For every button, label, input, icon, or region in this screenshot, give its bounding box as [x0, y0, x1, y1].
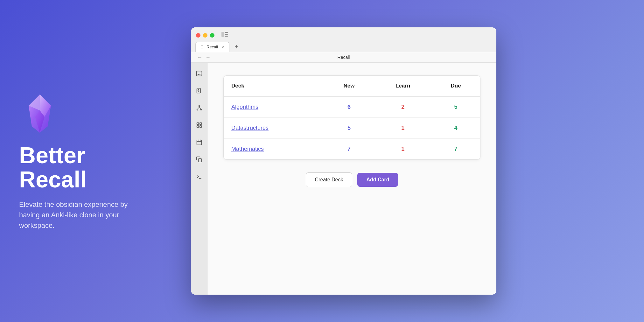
new-count: 7 — [324, 139, 374, 160]
tab-close-icon[interactable]: ✕ — [222, 45, 225, 49]
due-count: 5 — [431, 96, 480, 118]
due-count: 7 — [431, 139, 480, 160]
svg-rect-13 — [200, 126, 201, 128]
deck-name-link[interactable]: Algorithms — [231, 104, 258, 110]
recall-tab[interactable]: 🗒 Recall ✕ — [195, 42, 229, 52]
col-new: New — [324, 76, 374, 96]
deck-name-cell: Mathematics — [224, 139, 324, 160]
deck-table: Deck New Learn Due Algorithms 6 2 5 Da — [224, 76, 480, 159]
obsidian-sidebar — [191, 63, 207, 295]
svg-rect-0 — [221, 32, 224, 37]
tab-page-icon: 🗒 — [200, 45, 204, 49]
table-row: Datastructures 5 1 4 — [224, 118, 480, 139]
svg-rect-11 — [200, 123, 201, 125]
left-panel: Better Recall Elevate the obsidian exper… — [19, 91, 165, 231]
deck-name-link[interactable]: Datastructures — [231, 125, 269, 131]
deck-name-cell: Algorithms — [224, 96, 324, 118]
deck-card: Deck New Learn Due Algorithms 6 2 5 Da — [223, 75, 480, 160]
sidebar-copy-icon[interactable] — [193, 154, 205, 165]
sidebar-grid-icon[interactable] — [193, 119, 205, 131]
browser-chrome: 🗒 Recall ✕ + — [191, 27, 496, 52]
hero-title: Better Recall — [19, 144, 165, 192]
sidebar-inbox-icon[interactable] — [193, 68, 205, 79]
svg-rect-12 — [197, 126, 199, 128]
sidebar-toggle-icon[interactable] — [221, 32, 228, 38]
new-tab-button[interactable]: + — [232, 42, 241, 52]
back-arrow[interactable]: ← — [197, 54, 202, 60]
browser-body: Deck New Learn Due Algorithms 6 2 5 Da — [191, 63, 496, 295]
minimize-button[interactable] — [203, 33, 207, 38]
action-buttons: Create Deck Add Card — [223, 169, 480, 190]
close-button[interactable] — [196, 33, 200, 38]
nav-bar: ← → Recall — [191, 52, 496, 63]
svg-rect-10 — [197, 123, 199, 125]
svg-point-7 — [199, 106, 200, 107]
table-row: Algorithms 6 2 5 — [224, 96, 480, 118]
learn-count: 1 — [374, 139, 431, 160]
forward-arrow[interactable]: → — [206, 54, 211, 60]
learn-count: 2 — [374, 96, 431, 118]
hero-subtitle: Elevate the obsidian experience by havin… — [19, 199, 146, 231]
app-logo — [19, 91, 60, 136]
due-count: 4 — [431, 118, 480, 139]
tab-bar: 🗒 Recall ✕ + — [191, 42, 496, 52]
nav-arrows: ← → — [197, 54, 211, 60]
col-deck: Deck — [224, 76, 324, 96]
svg-point-9 — [200, 109, 201, 110]
sidebar-terminal-icon[interactable] — [193, 171, 205, 182]
svg-rect-14 — [197, 140, 201, 145]
traffic-lights — [196, 33, 214, 38]
learn-count: 1 — [374, 118, 431, 139]
tab-label: Recall — [206, 45, 218, 49]
table-row: Mathematics 7 1 7 — [224, 139, 480, 160]
deck-name-cell: Datastructures — [224, 118, 324, 139]
sidebar-search-icon[interactable] — [193, 85, 205, 96]
new-count: 6 — [324, 96, 374, 118]
svg-rect-15 — [198, 159, 201, 162]
svg-rect-4 — [196, 71, 202, 76]
nav-title: Recall — [338, 55, 350, 60]
sidebar-fork-icon[interactable] — [193, 102, 205, 114]
svg-point-6 — [198, 89, 199, 91]
sidebar-calendar-icon[interactable] — [193, 136, 205, 148]
col-learn: Learn — [374, 76, 431, 96]
add-card-button[interactable]: Add Card — [357, 173, 398, 187]
svg-point-8 — [197, 109, 198, 110]
create-deck-button[interactable]: Create Deck — [306, 172, 353, 187]
svg-rect-2 — [225, 34, 228, 35]
main-content: Deck New Learn Due Algorithms 6 2 5 Da — [207, 63, 496, 295]
deck-name-link[interactable]: Mathematics — [231, 146, 264, 152]
svg-rect-1 — [225, 32, 228, 33]
col-due: Due — [431, 76, 480, 96]
new-count: 5 — [324, 118, 374, 139]
svg-rect-3 — [225, 36, 228, 37]
maximize-button[interactable] — [210, 33, 214, 38]
browser-window: 🗒 Recall ✕ + ← → Recall — [191, 27, 496, 295]
